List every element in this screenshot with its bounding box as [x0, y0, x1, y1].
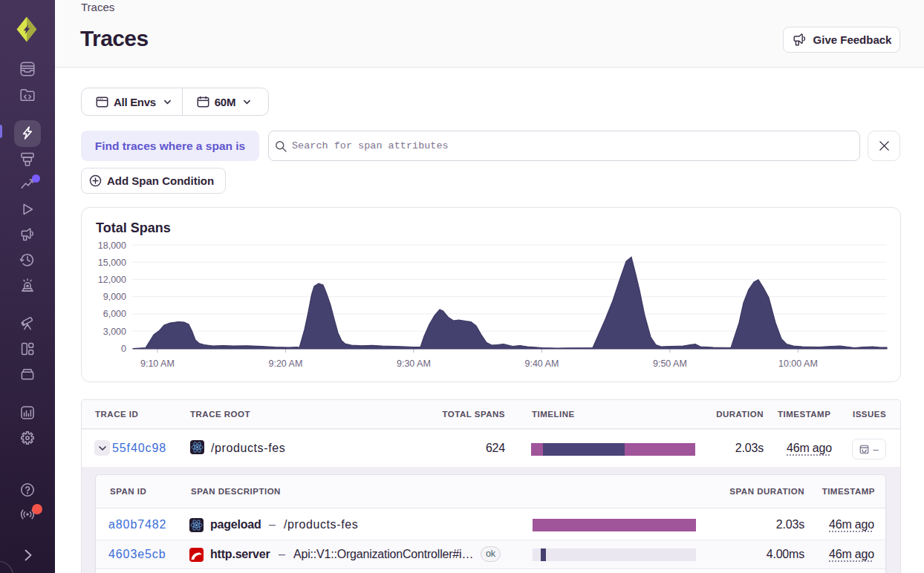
- svg-text:15,000: 15,000: [98, 258, 126, 268]
- svg-text:18,000: 18,000: [98, 240, 126, 251]
- svg-text:9:50 AM: 9:50 AM: [653, 358, 687, 369]
- svg-text:9:10 AM: 9:10 AM: [140, 358, 175, 369]
- svg-text:3,000: 3,000: [103, 327, 126, 337]
- svg-text:12,000: 12,000: [98, 275, 126, 285]
- svg-text:9:20 AM: 9:20 AM: [268, 358, 302, 369]
- svg-text:9,000: 9,000: [103, 292, 126, 302]
- svg-text:10:00 AM: 10:00 AM: [778, 358, 818, 369]
- svg-text:6,000: 6,000: [103, 309, 126, 319]
- svg-text:9:40 AM: 9:40 AM: [524, 358, 559, 369]
- svg-text:9:30 AM: 9:30 AM: [397, 358, 431, 369]
- svg-text:0: 0: [121, 344, 126, 354]
